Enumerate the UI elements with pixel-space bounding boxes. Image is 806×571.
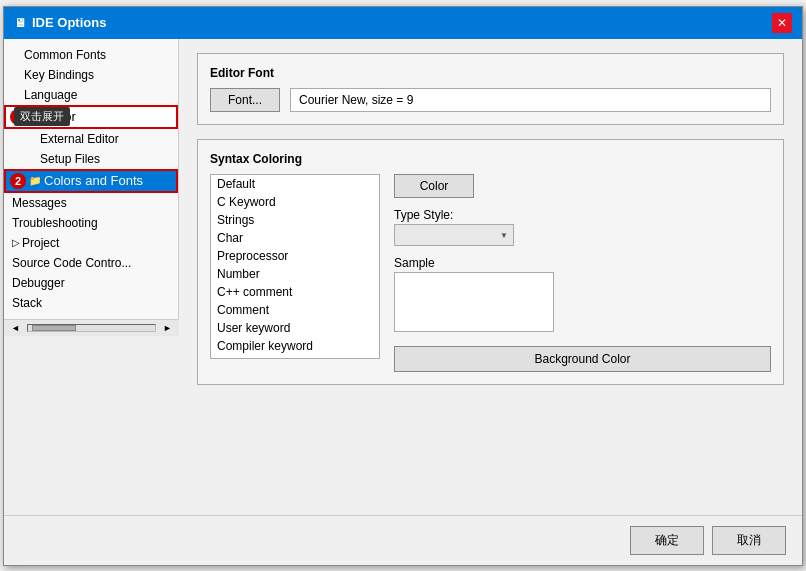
type-style-select[interactable]: Bold Italic Bold Italic bbox=[394, 224, 514, 246]
content-area: Editor Font Font... Courier New, size = … bbox=[179, 39, 802, 515]
scroll-right-arrow[interactable]: ► bbox=[160, 322, 175, 334]
close-button[interactable]: ✕ bbox=[772, 13, 792, 33]
dialog-footer: 确定 取消 bbox=[4, 515, 802, 565]
sidebar-item-debugger[interactable]: Debugger bbox=[4, 273, 178, 293]
syntax-coloring-section: Syntax Coloring Default C Keyword String… bbox=[197, 139, 784, 385]
font-display: Courier New, size = 9 bbox=[290, 88, 771, 112]
syntax-item-compiler-keyword[interactable]: Compiler keyword bbox=[211, 337, 379, 355]
sidebar-item-editor[interactable]: 1 ▼ Editor 双击展开 bbox=[4, 105, 178, 129]
project-expander: ▷ bbox=[12, 237, 20, 248]
sample-group: Sample bbox=[394, 256, 771, 332]
sidebar-label-colors-and-fonts: Colors and Fonts bbox=[44, 173, 143, 188]
scroll-left-arrow[interactable]: ◄ bbox=[8, 322, 23, 334]
badge-2: 2 bbox=[10, 173, 26, 189]
syntax-item-comment[interactable]: Comment bbox=[211, 301, 379, 319]
sidebar-label-troubleshooting: Troubleshooting bbox=[12, 216, 98, 230]
sidebar-item-external-editor[interactable]: External Editor bbox=[4, 129, 178, 149]
scroll-thumb bbox=[32, 325, 77, 331]
sidebar-item-key-bindings[interactable]: Key Bindings bbox=[4, 65, 178, 85]
type-style-label: Type Style: bbox=[394, 208, 771, 222]
title-bar: 🖥 IDE Options ✕ bbox=[4, 7, 802, 39]
sidebar-item-language[interactable]: Language bbox=[4, 85, 178, 105]
syntax-item-number[interactable]: Number bbox=[211, 265, 379, 283]
syntax-item-user-keyword[interactable]: User keyword bbox=[211, 319, 379, 337]
sidebar-item-colors-and-fonts[interactable]: 2 📁 Colors and Fonts bbox=[4, 169, 178, 193]
syntax-list[interactable]: Default C Keyword Strings Char Preproces… bbox=[210, 174, 380, 359]
sidebar-label-stack: Stack bbox=[12, 296, 42, 310]
syntax-section-title: Syntax Coloring bbox=[210, 152, 771, 166]
editor-font-section: Editor Font Font... Courier New, size = … bbox=[197, 53, 784, 125]
syntax-inner: Default C Keyword Strings Char Preproces… bbox=[210, 174, 771, 372]
sidebar-item-common-fonts[interactable]: Common Fonts bbox=[4, 45, 178, 65]
sidebar-label-messages: Messages bbox=[12, 196, 67, 210]
sidebar-label-project: Project bbox=[22, 236, 59, 250]
sample-label: Sample bbox=[394, 256, 771, 270]
sidebar-item-messages[interactable]: Messages bbox=[4, 193, 178, 213]
type-style-group: Type Style: Bold Italic Bold Italic bbox=[394, 208, 771, 246]
type-style-wrapper: Bold Italic Bold Italic bbox=[394, 224, 514, 246]
font-button[interactable]: Font... bbox=[210, 88, 280, 112]
sidebar-label-common-fonts: Common Fonts bbox=[12, 48, 106, 62]
title-bar-left: 🖥 IDE Options bbox=[14, 15, 106, 30]
syntax-item-preprocessor[interactable]: Preprocessor bbox=[211, 247, 379, 265]
sample-box bbox=[394, 272, 554, 332]
sidebar-item-project[interactable]: ▷ Project bbox=[4, 233, 178, 253]
sidebar-item-source-code-control[interactable]: Source Code Contro... bbox=[4, 253, 178, 273]
folder-icon: 📁 bbox=[29, 175, 41, 186]
syntax-item-char[interactable]: Char bbox=[211, 229, 379, 247]
color-button[interactable]: Color bbox=[394, 174, 474, 198]
sidebar-item-troubleshooting[interactable]: Troubleshooting bbox=[4, 213, 178, 233]
sidebar-item-stack[interactable]: Stack bbox=[4, 293, 178, 313]
background-color-button[interactable]: Background Color bbox=[394, 346, 771, 372]
sidebar-scrollbar[interactable]: ◄ ► bbox=[4, 319, 179, 336]
syntax-item-default[interactable]: Default bbox=[211, 175, 379, 193]
editor-font-title: Editor Font bbox=[210, 66, 771, 80]
syntax-right-panel: Color Type Style: Bold Italic Bold Itali… bbox=[394, 174, 771, 372]
sidebar-label-source-code-control: Source Code Contro... bbox=[12, 256, 131, 270]
tooltip-bubble: 双击展开 bbox=[14, 107, 70, 126]
ide-options-dialog: 🖥 IDE Options ✕ Common Fonts Key Binding… bbox=[3, 6, 803, 566]
syntax-item-c-keyword[interactable]: C Keyword bbox=[211, 193, 379, 211]
sidebar-label-language: Language bbox=[12, 88, 77, 102]
dialog-icon: 🖥 bbox=[14, 16, 26, 30]
syntax-item-cpp-comment[interactable]: C++ comment bbox=[211, 283, 379, 301]
editor-font-row: Font... Courier New, size = 9 bbox=[210, 88, 771, 112]
syntax-list-container: Default C Keyword Strings Char Preproces… bbox=[210, 174, 380, 372]
confirm-button[interactable]: 确定 bbox=[630, 526, 704, 555]
sidebar-label-setup-files: Setup Files bbox=[12, 152, 100, 166]
syntax-item-strings[interactable]: Strings bbox=[211, 211, 379, 229]
sidebar-label-debugger: Debugger bbox=[12, 276, 65, 290]
sidebar-item-setup-files[interactable]: Setup Files bbox=[4, 149, 178, 169]
dialog-body: Common Fonts Key Bindings Language 1 ▼ E… bbox=[4, 39, 802, 515]
sidebar: Common Fonts Key Bindings Language 1 ▼ E… bbox=[4, 39, 179, 319]
sidebar-label-key-bindings: Key Bindings bbox=[12, 68, 94, 82]
scroll-track[interactable] bbox=[27, 324, 156, 332]
dialog-title: IDE Options bbox=[32, 15, 106, 30]
sidebar-label-external-editor: External Editor bbox=[12, 132, 119, 146]
cancel-button[interactable]: 取消 bbox=[712, 526, 786, 555]
